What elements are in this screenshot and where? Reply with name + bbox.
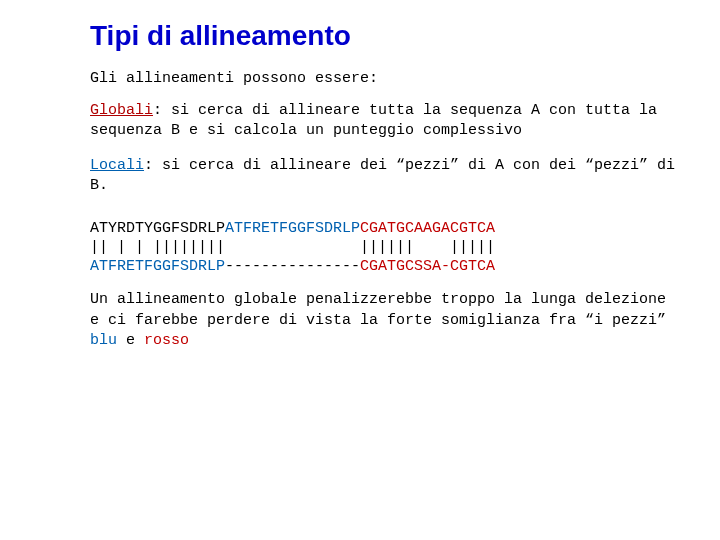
- slide: Tipi di allineamento Gli allineamenti po…: [0, 0, 720, 540]
- closing-text: Un allineamento globale penalizzerebbe t…: [90, 290, 680, 351]
- bottom-seg1: ATFRETFGGFSDRLP: [90, 258, 225, 275]
- bottom-seg3: CGATGCSSA-CGTCA: [360, 258, 495, 275]
- locali-text: : si cerca di allineare dei “pezzi” di A…: [90, 157, 675, 194]
- globali-label: Globali: [90, 102, 153, 119]
- alignment-bars: || | | |||||||| |||||| |||||: [90, 239, 680, 258]
- locali-label: Locali: [90, 157, 144, 174]
- closing-pre: Un allineamento globale penalizzerebbe t…: [90, 291, 666, 328]
- top-seg1: ATYRDTYGGFSDRLP: [90, 220, 225, 237]
- alignment-bottom: ATFRETFGGFSDRLP---------------CGATGCSSA-…: [90, 258, 680, 277]
- page-title: Tipi di allineamento: [90, 20, 680, 52]
- bottom-seg2: ---------------: [225, 258, 360, 275]
- closing-mid: e: [117, 332, 144, 349]
- alignment-block: ATYRDTYGGFSDRLPATFRETFGGFSDRLPCGATGCAAGA…: [90, 220, 680, 276]
- alignment-top: ATYRDTYGGFSDRLPATFRETFGGFSDRLPCGATGCAAGA…: [90, 220, 680, 239]
- top-seg2: ATFRETFGGFSDRLP: [225, 220, 360, 237]
- closing-blue: blu: [90, 332, 117, 349]
- intro-text: Gli allineamenti possono essere:: [90, 70, 680, 87]
- globali-block: Globali: si cerca di allineare tutta la …: [90, 101, 680, 142]
- locali-block: Locali: si cerca di allineare dei “pezzi…: [90, 156, 680, 197]
- closing-red: rosso: [144, 332, 189, 349]
- globali-text: : si cerca di allineare tutta la sequenz…: [90, 102, 657, 139]
- top-seg3: CGATGCAAGACGTCA: [360, 220, 495, 237]
